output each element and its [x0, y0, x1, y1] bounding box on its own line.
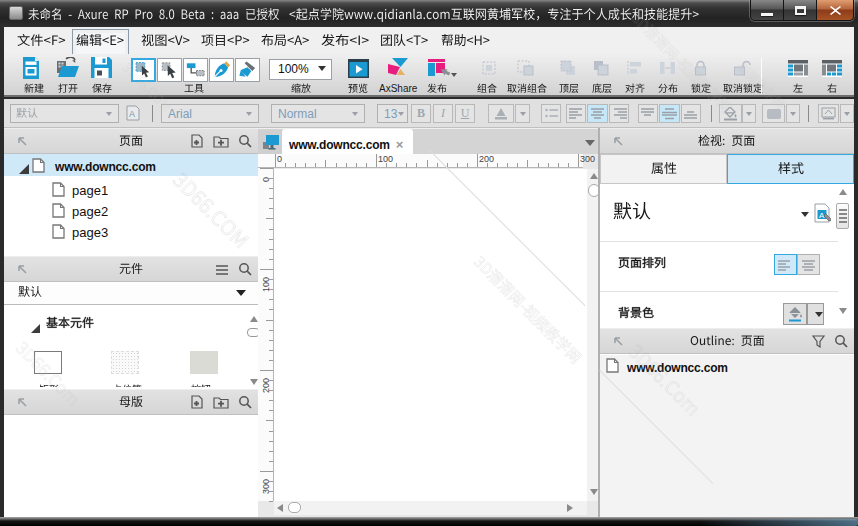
svg-text:A: A — [819, 211, 825, 220]
svg-text:A: A — [129, 109, 135, 119]
